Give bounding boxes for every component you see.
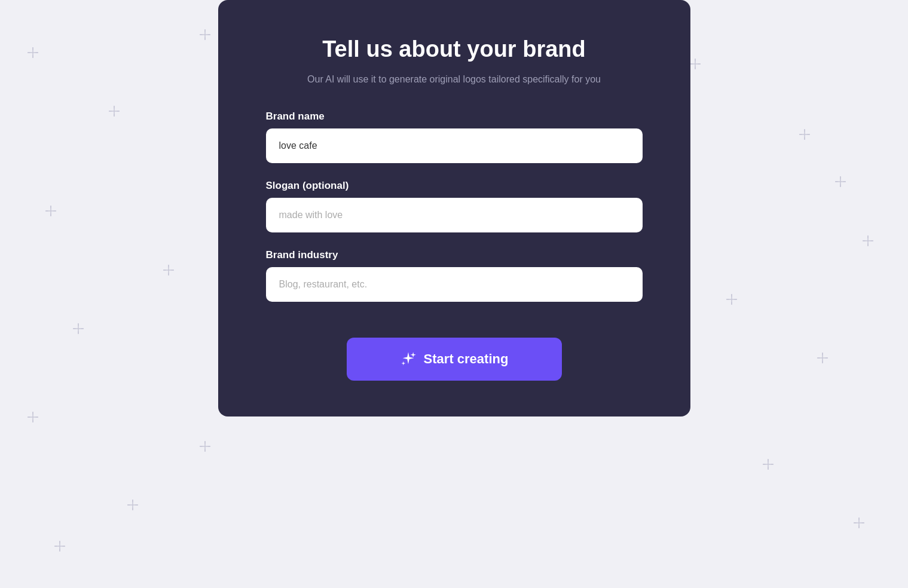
brand-industry-label: Brand industry (266, 249, 643, 261)
main-card: Tell us about your brand Our AI will use… (218, 0, 690, 416)
background-cross (863, 235, 873, 248)
background-cross (817, 353, 828, 365)
background-cross (799, 129, 810, 142)
brand-industry-section: Brand industry (266, 249, 643, 302)
background-cross (27, 47, 38, 60)
background-cross (45, 206, 56, 218)
card-header: Tell us about your brand Our AI will use… (307, 36, 601, 87)
background-cross (73, 323, 84, 336)
brand-industry-input[interactable] (266, 267, 643, 302)
background-cross (109, 106, 120, 118)
slogan-section: Slogan (optional) (266, 180, 643, 232)
background-cross (127, 500, 138, 512)
sparkle-icon (400, 351, 417, 368)
background-cross (835, 176, 846, 189)
page-subtitle: Our AI will use it to generate original … (307, 72, 601, 87)
background-cross (163, 265, 174, 277)
background-cross (200, 29, 210, 42)
background-cross (690, 59, 701, 71)
background-cross (854, 517, 864, 530)
background-cross (27, 412, 38, 424)
brand-name-section: Brand name (266, 111, 643, 163)
background-cross (54, 541, 65, 553)
brand-name-input[interactable] (266, 128, 643, 163)
slogan-label: Slogan (optional) (266, 180, 643, 192)
background-cross (200, 441, 210, 454)
brand-name-label: Brand name (266, 111, 643, 122)
start-creating-button[interactable]: Start creating (347, 338, 562, 381)
background-cross (726, 294, 737, 307)
background-cross (763, 459, 774, 471)
page-title: Tell us about your brand (307, 36, 601, 63)
start-creating-label: Start creating (424, 351, 509, 367)
slogan-input[interactable] (266, 198, 643, 232)
